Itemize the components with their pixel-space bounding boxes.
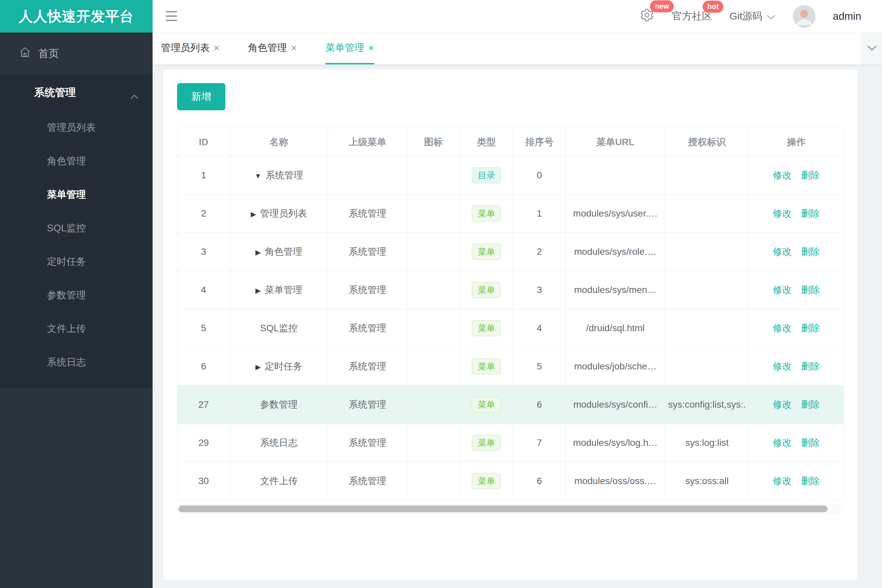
table-row-highlighted: 27 参数管理 系统管理 菜单 6 modules/sys/confi… sys… (177, 386, 844, 424)
col-header-perm: 授权标识 (665, 128, 749, 156)
menu-name: 文件上传 (260, 476, 298, 486)
menu-name: 参数管理 (260, 399, 298, 410)
edit-link[interactable]: 修改 (773, 246, 792, 257)
table-header-row: ID 名称 上级菜单 图标 类型 排序号 菜单URL 授权标识 操作 (177, 128, 844, 156)
col-header-parent: 上级菜单 (328, 128, 407, 156)
sidebar-item-role-mgmt[interactable]: 角色管理 (0, 144, 153, 178)
hot-badge: hot (703, 1, 723, 13)
col-header-name: 名称 (230, 128, 328, 156)
delete-link[interactable]: 删除 (801, 361, 820, 372)
add-button[interactable]: 新增 (177, 83, 225, 110)
edit-link[interactable]: 修改 (773, 323, 792, 333)
chevron-down-icon (867, 45, 877, 52)
tab-menu-mgmt[interactable]: 菜单管理 × (325, 33, 374, 64)
edit-link[interactable]: 修改 (773, 170, 792, 180)
menu-mgmt-panel: 新增 ID 名称 上级菜单 图标 类型 排 (163, 69, 858, 580)
menu-name: 系统日志 (260, 438, 298, 448)
tree-expand-icon[interactable]: ▶ (255, 286, 261, 294)
type-badge: 菜单 (472, 435, 501, 451)
settings-button[interactable]: new (640, 8, 654, 25)
type-badge: 菜单 (472, 320, 501, 336)
delete-link[interactable]: 删除 (801, 438, 820, 448)
col-header-actions: 操作 (749, 128, 843, 156)
tab-label: 角色管理 (248, 41, 287, 55)
sidebar-section-toggle[interactable]: 系统管理 (0, 74, 153, 111)
table-row: 1 ▼系统管理 目录 0 修改删除 (177, 156, 844, 194)
col-header-order: 排序号 (513, 128, 566, 156)
sidebar-item-admin-list[interactable]: 管理员列表 (0, 111, 153, 144)
tree-collapse-icon[interactable]: ▼ (254, 172, 261, 180)
tab-admin-list[interactable]: 管理员列表 × (161, 33, 220, 64)
tab-label: 管理员列表 (161, 41, 210, 55)
avatar[interactable] (793, 5, 816, 28)
tab-bar: 管理员列表 × 角色管理 × 菜单管理 × (153, 33, 882, 65)
menu-name: 角色管理 (265, 246, 302, 257)
page-content: 新增 ID 名称 上级菜单 图标 类型 排 (153, 65, 882, 588)
sidebar-item-param-mgmt[interactable]: 参数管理 (0, 278, 153, 312)
top-header: 人人快速开发平台 new 官方社区 hot Git源码 (0, 0, 882, 33)
edit-link[interactable]: 修改 (773, 361, 792, 372)
delete-link[interactable]: 删除 (801, 246, 820, 257)
tab-label: 菜单管理 (325, 41, 364, 55)
type-badge: 菜单 (472, 473, 501, 489)
delete-link[interactable]: 删除 (801, 170, 820, 180)
tree-expand-icon[interactable]: ▶ (251, 210, 256, 218)
sidebar-item-menu-mgmt[interactable]: 菜单管理 (0, 178, 153, 211)
table-row: 3 ▶角色管理 系统管理 菜单 2 modules/sys/role.… 修改删… (177, 232, 844, 271)
delete-link[interactable]: 删除 (801, 399, 820, 410)
sidebar-item-file-upload[interactable]: 文件上传 (0, 312, 153, 345)
menu-name: SQL监控 (260, 323, 298, 333)
community-link[interactable]: 官方社区 hot (672, 9, 712, 23)
table-row: 29 系统日志 系统管理 菜单 7 modules/sys/log.h… sys… (177, 424, 844, 462)
home-icon (19, 46, 31, 61)
username-label[interactable]: admin (833, 10, 861, 22)
sidebar-item-home[interactable]: 首页 (0, 33, 153, 74)
sidebar: 首页 系统管理 管理员列表 角色管理 菜单管理 SQL监控 定时任务 参数管理 … (0, 33, 153, 588)
tab-role-mgmt[interactable]: 角色管理 × (248, 33, 297, 64)
edit-link[interactable]: 修改 (773, 285, 792, 295)
col-header-id: ID (177, 128, 230, 156)
type-badge: 目录 (472, 167, 501, 183)
close-icon[interactable]: × (213, 42, 220, 54)
menu-name: 管理员列表 (260, 208, 307, 219)
brand-logo[interactable]: 人人快速开发平台 (0, 0, 153, 33)
edit-link[interactable]: 修改 (773, 438, 792, 448)
sidebar-item-sql-monitor[interactable]: SQL监控 (0, 211, 153, 245)
sidebar-item-system-log[interactable]: 系统日志 (0, 345, 153, 379)
table-row: 4 ▶菜单管理 系统管理 菜单 3 modules/sys/men… 修改删除 (177, 271, 844, 309)
sidebar-section-label: 系统管理 (34, 86, 76, 100)
edit-link[interactable]: 修改 (773, 399, 792, 410)
sidebar-item-scheduled-jobs[interactable]: 定时任务 (0, 245, 153, 278)
col-header-url: 菜单URL (566, 128, 665, 156)
main-area: 管理员列表 × 角色管理 × 菜单管理 × 新增 (153, 33, 882, 588)
horizontal-scrollbar-thumb[interactable] (179, 506, 828, 512)
header-actions: new 官方社区 hot Git源码 (640, 0, 861, 33)
tab-list-dropdown-button[interactable] (861, 33, 882, 64)
close-icon[interactable]: × (291, 42, 297, 54)
delete-link[interactable]: 删除 (801, 208, 820, 219)
horizontal-scrollbar-track[interactable] (177, 504, 844, 514)
table-row: 6 ▶定时任务 系统管理 菜单 5 modules/job/sche… 修改删除 (177, 347, 844, 386)
sidebar-toggle-icon[interactable] (166, 11, 177, 21)
table-row: 30 文件上传 系统管理 菜单 6 modules/oss/oss.… sys:… (177, 462, 844, 500)
tree-expand-icon[interactable]: ▶ (255, 248, 261, 256)
delete-link[interactable]: 删除 (801, 285, 820, 295)
chevron-down-icon (766, 11, 775, 22)
col-header-icon: 图标 (407, 128, 460, 156)
close-icon[interactable]: × (368, 42, 374, 54)
menu-table: ID 名称 上级菜单 图标 类型 排序号 菜单URL 授权标识 操作 (177, 128, 844, 500)
col-header-type: 类型 (460, 128, 513, 156)
type-badge: 菜单 (472, 244, 501, 260)
delete-link[interactable]: 删除 (801, 323, 820, 333)
type-badge: 菜单 (472, 358, 501, 375)
table-row: 2 ▶管理员列表 系统管理 菜单 1 modules/sys/user.… 修改… (177, 194, 844, 232)
type-badge: 菜单 (472, 282, 501, 298)
edit-link[interactable]: 修改 (773, 208, 792, 219)
edit-link[interactable]: 修改 (773, 476, 792, 486)
menu-name: 系统管理 (266, 170, 303, 180)
menu-name: 定时任务 (265, 361, 302, 372)
tree-expand-icon[interactable]: ▶ (255, 363, 261, 371)
delete-link[interactable]: 删除 (801, 476, 820, 486)
git-source-dropdown[interactable]: Git源码 (729, 9, 775, 23)
chevron-up-icon (130, 90, 138, 102)
